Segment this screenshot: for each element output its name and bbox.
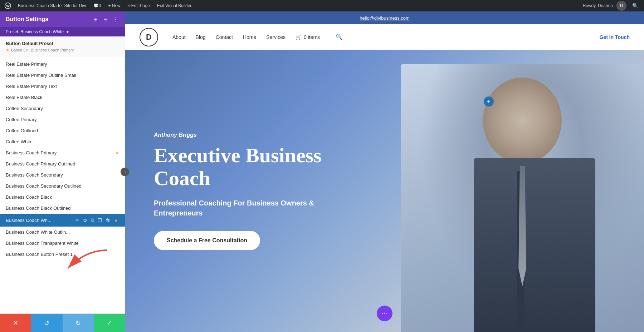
nav-cart[interactable]: 🛒 0 items	[296, 34, 320, 40]
list-item[interactable]: Business Coach Black Outlined	[0, 203, 125, 214]
nav-link-about[interactable]: About	[172, 34, 186, 40]
active-preset-toolbar: ✏ ⚙ ⧉ ❐ 🗑 ★	[74, 217, 119, 224]
floating-dots-button[interactable]: ⋯	[377, 306, 392, 321]
panel-title: Button Settings	[6, 16, 48, 23]
preset-item-label: Coffee Outlined	[6, 128, 38, 133]
wp-admin-bar: W Business Coach Starter Site for Divi 💬…	[0, 0, 644, 11]
list-item[interactable]: Coffee Secondary	[0, 103, 125, 114]
preset-item-label: Coffee Secondary	[6, 106, 43, 111]
undo-button[interactable]: ↺	[31, 314, 62, 332]
admin-site-name[interactable]: Business Coach Starter Site for Divi	[14, 0, 90, 11]
edit-preset-icon[interactable]: ✏	[74, 217, 80, 224]
site-email-link[interactable]: hello@divibusiness.com	[360, 15, 410, 21]
settings-preset-icon[interactable]: ⚙	[82, 217, 88, 224]
site-topbar: hello@divibusiness.com	[125, 11, 644, 24]
preset-star-icon: ★	[115, 150, 119, 155]
preset-bar[interactable]: Preset: Business Coach White ▼	[0, 27, 125, 36]
cart-icon: 🛒	[296, 34, 302, 40]
preset-label: Preset: Business Coach White	[6, 29, 64, 34]
preset-item-label: Business Coach Secondary Outlined	[6, 183, 82, 189]
admin-comments[interactable]: 💬 0	[90, 0, 105, 11]
right-content: hello@divibusiness.com D About Blog Cont…	[125, 11, 644, 332]
nav-cta-button[interactable]: Get In Touch	[599, 34, 630, 40]
hero-content: Anthony Briggs Executive Business Coach …	[125, 110, 376, 272]
plus-add-button[interactable]: +	[484, 96, 494, 106]
admin-search-icon[interactable]: 🔍	[629, 3, 641, 9]
hero-cta-button[interactable]: Schedule a Free Consultation	[154, 231, 260, 250]
panel-more-icon[interactable]: ⋮	[112, 16, 119, 23]
list-item[interactable]: Coffee Primary	[0, 114, 125, 125]
admin-new[interactable]: + New	[104, 0, 124, 11]
nav-link-blog[interactable]: Blog	[196, 34, 206, 40]
preset-item-label: Business Coach Transparent White	[6, 241, 79, 246]
nav-link-contact[interactable]: Contact	[216, 34, 233, 40]
star-preset-icon[interactable]: ★	[113, 217, 119, 224]
copy-preset-icon[interactable]: ❐	[97, 217, 103, 224]
preset-item-label: Business Coach Primary Outlined	[6, 161, 75, 167]
panel-header-icons: ⊞ ⊟ ⋮	[92, 16, 119, 23]
preset-item-label: Business Coach Wh...	[6, 218, 52, 223]
preset-item-label: Real Estate Primary Text	[6, 84, 57, 89]
preset-item-label: Coffee White	[6, 139, 33, 144]
nav-links: About Blog Contact Home Services 🛒 0 ite…	[172, 34, 599, 40]
delete-preset-icon[interactable]: 🗑	[104, 217, 111, 224]
default-preset-box: Button Default Preset ★ Based On: Busine…	[0, 36, 125, 57]
panel-layout-icon[interactable]: ⊟	[102, 16, 109, 23]
list-item[interactable]: Real Estate Primary Text	[0, 81, 125, 92]
site-nav: D About Blog Contact Home Services 🛒 0 i…	[125, 24, 644, 50]
based-on: ★ Based On: Business Coach Primary	[6, 48, 119, 53]
list-item[interactable]: Real Estate Primary Outline Small	[0, 70, 125, 81]
preset-item-label: Business Coach Primary	[6, 150, 57, 155]
hero-subtitle: Professional Coaching For Business Owner…	[154, 198, 347, 218]
cart-count: 0 items	[304, 34, 320, 40]
preset-item-label: Real Estate Primary	[6, 61, 47, 67]
main-layout: Button Settings ⊞ ⊟ ⋮ Preset: Business C…	[0, 11, 644, 332]
panel-viewport-icon[interactable]: ⊞	[92, 16, 99, 23]
hero-person-image	[386, 50, 644, 332]
admin-howdy: Howdy, Deanna	[579, 3, 617, 8]
list-item[interactable]: Real Estate Black	[0, 92, 125, 103]
list-item[interactable]: Coffee Outlined	[0, 125, 125, 136]
admin-edit-page[interactable]: ✏ Edit Page	[124, 0, 153, 11]
site-logo: D	[140, 28, 158, 46]
list-item[interactable]: Business Coach White Outlin...	[0, 227, 125, 238]
duplicate-preset-icon[interactable]: ⧉	[90, 217, 95, 224]
wp-logo-icon[interactable]: W	[3, 1, 13, 11]
panel-resize-handle[interactable]: ↔	[121, 168, 129, 176]
default-preset-title: Button Default Preset	[6, 41, 119, 46]
redo-button[interactable]: ↻	[63, 314, 94, 332]
preset-item-label: Business Coach Black	[6, 194, 52, 200]
panel-bottom-bar: ✕ ↺ ↻ ✓	[0, 313, 125, 332]
preset-chevron-icon: ▼	[66, 30, 69, 34]
red-arrow-indicator	[57, 247, 114, 277]
nav-search-icon[interactable]: 🔍	[336, 34, 343, 40]
list-item[interactable]: Business Coach Black	[0, 192, 125, 203]
cancel-button[interactable]: ✕	[0, 314, 31, 332]
active-preset-item[interactable]: Business Coach Wh... ✏ ⚙ ⧉ ❐ 🗑 ★	[0, 214, 125, 227]
svg-text:W: W	[6, 4, 10, 8]
nav-link-services[interactable]: Services	[266, 34, 286, 40]
hero-section: + Anthony Briggs Executive Business Coac…	[125, 50, 644, 332]
preset-item-label: Real Estate Primary Outline Small	[6, 73, 76, 78]
confirm-button[interactable]: ✓	[94, 314, 125, 332]
list-item[interactable]: Business Coach Primary ★	[0, 147, 125, 158]
left-panel: Button Settings ⊞ ⊟ ⋮ Preset: Business C…	[0, 11, 125, 332]
hero-title: Executive Business Coach	[154, 144, 347, 190]
admin-avatar: D	[616, 1, 626, 11]
preset-item-label: Business Coach Black Outlined	[6, 205, 70, 211]
list-item[interactable]: Real Estate Primary	[0, 59, 125, 70]
list-item[interactable]: Business Coach Primary Outlined	[0, 158, 125, 169]
list-item[interactable]: Coffee White	[0, 136, 125, 147]
preset-item-label: Business Coach Secondary	[6, 172, 63, 178]
person-placeholder	[401, 64, 644, 332]
preset-item-label: Business Coach White Outlin...	[6, 229, 70, 235]
preset-item-label: Coffee Primary	[6, 117, 36, 122]
panel-header: Button Settings ⊞ ⊟ ⋮	[0, 11, 125, 27]
based-on-text: Based On: Business Coach Primary	[11, 48, 74, 52]
list-item[interactable]: Business Coach Secondary Outlined	[0, 180, 125, 192]
admin-exit-builder[interactable]: Exit Visual Builder	[153, 0, 195, 11]
list-item[interactable]: Business Coach Secondary	[0, 169, 125, 180]
nav-link-home[interactable]: Home	[243, 34, 256, 40]
based-on-star-icon: ★	[6, 48, 10, 53]
admin-right: Howdy, Deanna D 🔍	[579, 1, 641, 11]
